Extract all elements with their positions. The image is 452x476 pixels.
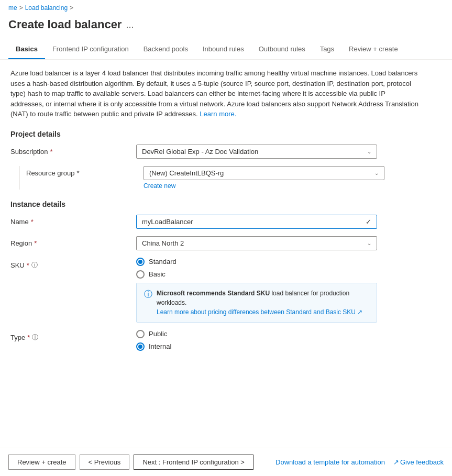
resource-group-wrap: Resource group * (New) CreateIntLBQS-rg …: [19, 166, 419, 190]
resource-group-dropdown[interactable]: (New) CreateIntLBQS-rg ⌄: [144, 166, 384, 180]
name-group: Name * myLoadBalancer ✓: [10, 215, 419, 229]
resource-group-control: (New) CreateIntLBQS-rg ⌄ Create new: [144, 166, 419, 190]
page-title-section: Create load balancer ...: [0, 16, 452, 40]
type-info-icon[interactable]: ⓘ: [32, 333, 38, 342]
resource-group-arrow-icon: ⌄: [374, 170, 379, 176]
description-box: Azure load balancer is a layer 4 load ba…: [10, 68, 419, 119]
region-arrow-icon: ⌄: [367, 240, 371, 246]
instance-details-title: Instance details: [10, 200, 419, 208]
subscription-required: *: [50, 148, 53, 156]
region-group: Region * China North 2 ⌄: [10, 236, 419, 250]
name-check-icon: ✓: [366, 218, 371, 226]
breadcrumb-sep1: >: [19, 4, 23, 12]
sku-group: SKU * ⓘ Standard Basic ⓘ: [10, 258, 419, 323]
sku-info-icon[interactable]: ⓘ: [31, 261, 38, 270]
sku-basic-radio[interactable]: [136, 270, 145, 279]
type-internal-label: Internal: [149, 342, 171, 350]
sku-standard-radio[interactable]: [136, 258, 145, 266]
breadcrumb-load-balancing[interactable]: Load balancing: [25, 4, 68, 12]
region-label: Region *: [10, 236, 136, 247]
region-value: China North 2: [142, 239, 184, 247]
sku-basic-option[interactable]: Basic: [136, 270, 419, 279]
resource-group-required: *: [77, 169, 80, 177]
sku-control: Standard Basic ⓘ Microsoft recommends St…: [136, 258, 419, 323]
main-content: Azure load balancer is a layer 4 load ba…: [0, 60, 429, 367]
sku-info-box: ⓘ Microsoft recommends Standard SKU load…: [136, 283, 377, 323]
type-label: Type * ⓘ: [10, 330, 136, 342]
name-required: *: [31, 218, 34, 226]
tab-inbound-rules[interactable]: Inbound rules: [195, 40, 251, 59]
subscription-dropdown[interactable]: DevRel Global Exp - Az Doc Validation ⌄: [136, 145, 377, 159]
subscription-group: Subscription * DevRel Global Exp - Az Do…: [10, 145, 419, 159]
region-required: *: [34, 239, 37, 247]
info-box-text: Microsoft recommends Standard SKU load b…: [157, 289, 369, 317]
tab-bar: Basics Frontend IP configuration Backend…: [0, 40, 452, 60]
sku-radio-group: Standard Basic: [136, 258, 419, 279]
type-group: Type * ⓘ Public Internal: [10, 330, 419, 351]
project-details-section: Project details Subscription * DevRel Gl…: [10, 130, 419, 190]
resource-group-group: Resource group * (New) CreateIntLBQS-rg …: [26, 166, 419, 190]
instance-details-section: Instance details Name * myLoadBalancer ✓…: [10, 200, 419, 351]
name-control: myLoadBalancer ✓: [136, 215, 419, 229]
subscription-arrow-icon: ⌄: [367, 149, 371, 154]
tab-tags[interactable]: Tags: [313, 40, 341, 59]
sku-required: *: [27, 261, 29, 269]
resource-group-label: Resource group *: [26, 166, 144, 177]
tab-backend-pools[interactable]: Backend pools: [136, 40, 195, 59]
subscription-label: Subscription *: [10, 145, 136, 156]
tab-outbound-rules[interactable]: Outbound rules: [251, 40, 313, 59]
tab-basics[interactable]: Basics: [8, 40, 45, 59]
sku-label: SKU * ⓘ: [10, 258, 136, 270]
create-new-link[interactable]: Create new: [144, 182, 175, 190]
info-box-icon: ⓘ: [144, 289, 152, 300]
breadcrumb-sep2: >: [70, 4, 73, 12]
learn-more-link[interactable]: Learn more.: [200, 110, 236, 118]
type-radio-group: Public Internal: [136, 330, 419, 351]
sku-basic-label: Basic: [149, 270, 166, 278]
resource-group-value: (New) CreateIntLBQS-rg: [149, 169, 224, 177]
type-public-option[interactable]: Public: [136, 330, 419, 338]
breadcrumb-home[interactable]: me: [8, 4, 17, 12]
subscription-value: DevRel Global Exp - Az Doc Validation: [142, 148, 258, 156]
tab-review-create[interactable]: Review + create: [341, 40, 405, 59]
type-control: Public Internal: [136, 330, 419, 351]
name-label: Name *: [10, 215, 136, 226]
region-control: China North 2 ⌄: [136, 236, 419, 250]
type-public-label: Public: [149, 330, 167, 338]
name-input[interactable]: myLoadBalancer ✓: [136, 215, 377, 229]
ellipsis-menu[interactable]: ...: [126, 19, 134, 30]
type-internal-option[interactable]: Internal: [136, 342, 419, 351]
type-required: *: [27, 334, 30, 341]
sku-pricing-link[interactable]: Learn more about pricing differences bet…: [157, 308, 362, 316]
subscription-control: DevRel Global Exp - Az Doc Validation ⌄: [136, 145, 419, 159]
page-title: Create load balancer: [8, 18, 122, 31]
tab-frontend-ip[interactable]: Frontend IP configuration: [45, 40, 136, 59]
sku-recommend-text: Microsoft recommends Standard SKU: [157, 290, 270, 297]
sku-standard-option[interactable]: Standard: [136, 258, 419, 266]
breadcrumb: me > Load balancing >: [0, 0, 452, 16]
project-details-title: Project details: [10, 130, 419, 138]
type-public-radio[interactable]: [136, 330, 145, 338]
sku-standard-label: Standard: [149, 258, 177, 265]
region-dropdown[interactable]: China North 2 ⌄: [136, 236, 377, 250]
type-internal-radio[interactable]: [136, 342, 145, 351]
name-value: myLoadBalancer: [142, 218, 193, 226]
